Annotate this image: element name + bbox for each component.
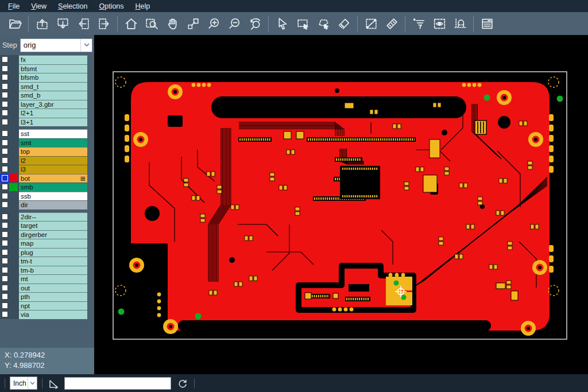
layer-label[interactable]: smd_t	[19, 82, 87, 91]
select-cursor-button[interactable]	[272, 14, 292, 33]
layer-checkbox[interactable]	[0, 200, 9, 209]
layer-row-top[interactable]: top	[0, 147, 94, 156]
layer-label[interactable]: map	[19, 239, 87, 248]
layer-label[interactable]: tm-t	[19, 257, 87, 266]
home-view-button[interactable]	[121, 14, 141, 33]
command-input[interactable]	[64, 377, 171, 390]
filter-button[interactable]	[408, 14, 429, 33]
nudge-right-button[interactable]	[94, 14, 114, 33]
layer-checkbox[interactable]	[0, 91, 9, 100]
layer-row-l2+1[interactable]: l2+1	[0, 108, 94, 118]
layer-label[interactable]: tm-b	[19, 266, 87, 275]
chevron-down-icon[interactable]	[80, 39, 92, 52]
layer-label[interactable]: via	[19, 310, 87, 319]
layer-label[interactable]: 2dir--	[19, 212, 87, 222]
menu-selection[interactable]: Selection	[52, 1, 93, 11]
layer-checkbox[interactable]	[0, 221, 9, 230]
layer-row-pth[interactable]: pth	[0, 292, 94, 301]
layer-label[interactable]: bot⊞	[19, 174, 87, 183]
layer-row-fx[interactable]: fx	[0, 55, 94, 64]
zoom-window-button[interactable]	[141, 14, 162, 33]
layer-checkbox[interactable]	[0, 230, 9, 239]
layer-row-bot[interactable]: bot⊞	[0, 174, 94, 183]
layer-label[interactable]: npt	[19, 301, 87, 311]
clear-brush-button[interactable]	[334, 14, 354, 33]
layer-checkbox[interactable]	[0, 156, 9, 165]
pcb-canvas[interactable]	[94, 35, 588, 374]
layer-label[interactable]: mt	[19, 274, 87, 284]
layer-checkbox[interactable]	[0, 248, 9, 257]
layer-row-bfsmb[interactable]: bfsmb	[0, 73, 94, 82]
layer-label[interactable]: layer_3.gbr	[19, 100, 87, 109]
layer-checkbox[interactable]	[0, 239, 9, 248]
layer-row-smb[interactable]: smb	[0, 183, 94, 192]
snap-magnet-button[interactable]	[450, 14, 470, 33]
zoom-out-button[interactable]	[224, 14, 245, 33]
menu-view[interactable]: View	[25, 1, 52, 11]
layer-checkbox[interactable]	[0, 301, 9, 311]
nudge-down-button[interactable]	[52, 14, 73, 33]
unit-select[interactable]: Inch	[10, 377, 37, 390]
layer-checkbox[interactable]	[0, 165, 9, 174]
layer-label[interactable]: plug	[19, 248, 87, 257]
layer-row-dir[interactable]: dir	[0, 200, 94, 209]
nudge-up-button[interactable]	[32, 14, 52, 33]
nudge-left-button[interactable]	[73, 14, 94, 33]
layer-row-out[interactable]: out	[0, 284, 94, 293]
layer-checkbox[interactable]	[0, 310, 9, 319]
menu-options[interactable]: Options	[93, 1, 129, 11]
layer-checkbox[interactable]	[0, 73, 9, 82]
refresh-icon[interactable]	[176, 377, 189, 390]
layer-checkbox[interactable]	[0, 82, 9, 91]
layer-checkbox[interactable]	[0, 274, 9, 284]
layer-checkbox[interactable]	[0, 100, 9, 109]
layer-checkbox[interactable]	[0, 138, 9, 148]
layer-checkbox[interactable]	[0, 174, 9, 183]
layer-checkbox[interactable]	[0, 108, 9, 118]
layer-label[interactable]: top	[19, 147, 87, 156]
layer-label[interactable]: l2	[19, 156, 87, 165]
layer-label[interactable]: bfsmb	[19, 73, 87, 82]
layer-label[interactable]: smd_b	[19, 91, 87, 100]
layer-label[interactable]: bfsmt	[19, 64, 87, 73]
layer-label[interactable]: smb	[19, 183, 87, 192]
layer-row-sst[interactable]: sst	[0, 129, 94, 138]
layer-row-ssb[interactable]: ssb	[0, 192, 94, 201]
chevron-down-icon[interactable]	[28, 377, 37, 389]
visibility-button[interactable]	[429, 14, 450, 33]
open-folder-button[interactable]	[5, 14, 25, 33]
layer-label[interactable]: out	[19, 284, 87, 293]
layer-label[interactable]: pth	[19, 292, 87, 301]
layer-row-l3+1[interactable]: l3+1	[0, 118, 94, 127]
layer-label[interactable]: smt	[19, 138, 87, 148]
layer-row-npt[interactable]: npt	[0, 301, 94, 311]
layer-row-map[interactable]: map	[0, 239, 94, 248]
layer-row-via[interactable]: via	[0, 310, 94, 319]
layer-checkbox[interactable]	[0, 257, 9, 266]
layer-checkbox[interactable]	[0, 118, 9, 127]
polygon-select-button[interactable]	[313, 14, 334, 33]
layer-row-dirgerber[interactable]: dirgerber	[0, 230, 94, 239]
rect-select-button[interactable]	[292, 14, 313, 33]
grid-icon[interactable]: ⊞	[80, 176, 86, 181]
zoom-previous-button[interactable]	[245, 14, 265, 33]
measure-angle-icon[interactable]	[47, 377, 61, 390]
menu-help[interactable]: Help	[130, 1, 156, 11]
layer-row-smd_b[interactable]: smd_b	[0, 91, 94, 100]
pan-hand-button[interactable]	[162, 14, 183, 33]
layer-label[interactable]: dirgerber	[19, 230, 87, 239]
layer-checkbox[interactable]	[0, 129, 9, 138]
layer-checkbox[interactable]	[0, 192, 9, 201]
layer-checkbox[interactable]	[0, 266, 9, 275]
step-select[interactable]: orig	[20, 38, 92, 52]
measure-distance-button[interactable]	[361, 14, 381, 33]
layer-row-target[interactable]: target	[0, 221, 94, 230]
layer-checkbox[interactable]	[0, 292, 9, 301]
layer-checkbox[interactable]	[0, 284, 9, 293]
layer-label[interactable]: ssb	[19, 192, 87, 201]
layer-label[interactable]: l3	[19, 165, 87, 174]
layer-label[interactable]: target	[19, 221, 87, 230]
layers-panel-button[interactable]	[477, 14, 497, 33]
layer-row-mt[interactable]: mt	[0, 274, 94, 284]
layer-row-layer_3.gbr[interactable]: layer_3.gbr	[0, 100, 94, 109]
